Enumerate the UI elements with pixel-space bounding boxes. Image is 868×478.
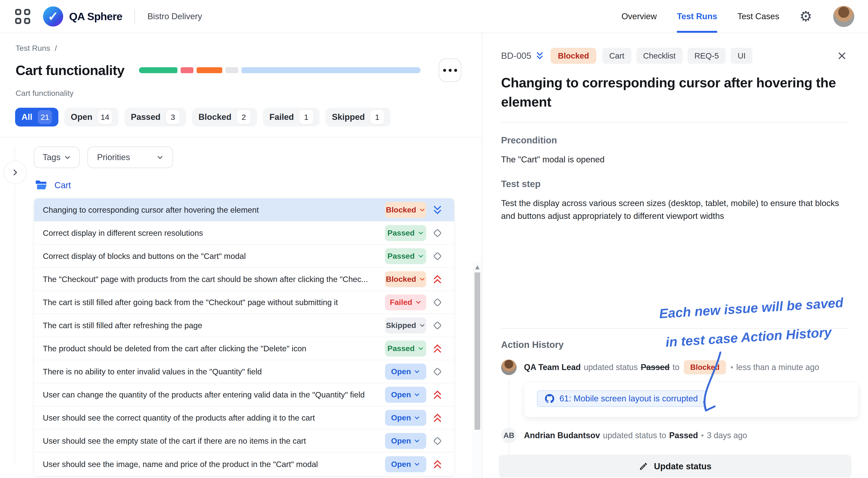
chevron-down-icon	[414, 415, 420, 421]
test-case-row[interactable]: The cart is still filled after going bac…	[34, 291, 454, 314]
test-case-row[interactable]: Changing to corresponding cursor after h…	[34, 199, 454, 221]
user-name: Andrian Budantsov	[524, 428, 600, 443]
tag-badge[interactable]: REQ-5	[688, 48, 726, 64]
scrollbar-thumb[interactable]	[474, 272, 480, 430]
more-options-button[interactable]	[439, 59, 461, 82]
status-badge-dropdown[interactable]: Passed	[385, 341, 426, 356]
status-label: Open	[391, 436, 411, 445]
folder-cart[interactable]: Cart	[35, 179, 482, 191]
folder-label: Cart	[55, 180, 71, 190]
nav-tab-test-cases[interactable]: Test Cases	[737, 0, 779, 33]
test-case-row[interactable]: User should see the empty state of the c…	[34, 430, 454, 453]
brand-name: QA Sphere	[69, 10, 122, 23]
test-case-row[interactable]: The "Checkout" page with products from t…	[34, 268, 454, 291]
status-badge-dropdown[interactable]: Blocked	[385, 202, 426, 218]
test-case-row[interactable]: Correct display in different screen reso…	[34, 221, 454, 245]
tag-badge[interactable]: Checklist	[637, 48, 683, 64]
precondition-heading: Precondition	[501, 135, 849, 145]
update-status-button[interactable]: Update status	[499, 455, 851, 478]
priority-indicator[interactable]	[426, 297, 448, 308]
divider	[0, 137, 482, 137]
timeline-line	[508, 379, 509, 455]
test-case-row[interactable]: User should see the image, name and pric…	[34, 453, 454, 476]
chevron-down-icon	[418, 230, 424, 236]
filter-chip-skipped[interactable]: Skipped 1	[326, 108, 391, 127]
gear-icon[interactable]: ⚙	[799, 8, 812, 25]
status-label: Passed	[387, 251, 414, 261]
priority-indicator[interactable]	[426, 320, 448, 331]
priority-indicator[interactable]	[426, 205, 448, 215]
double-chevron-down-icon[interactable]	[535, 51, 545, 61]
tag-badge[interactable]: UI	[731, 48, 752, 64]
test-run-panel: Test Runs / Cart functionality Cart func…	[0, 33, 482, 478]
filter-chip-all[interactable]: All 21	[15, 108, 58, 127]
status-badge-dropdown[interactable]: Passed	[385, 225, 426, 241]
chevron-down-icon	[419, 276, 425, 282]
status-label: Open	[391, 413, 411, 422]
filter-chip-open[interactable]: Open 14	[64, 108, 118, 127]
filter-chip-blocked[interactable]: Blocked 2	[192, 108, 257, 127]
issue-link-label: 61: Mobile screen layout is corrupted	[559, 394, 698, 404]
status-badge-dropdown[interactable]: Open	[385, 364, 426, 380]
action-text: updated status to	[603, 428, 666, 443]
status-badge-dropdown[interactable]: Skipped	[385, 317, 426, 334]
test-case-title: The cart is still filled after going bac…	[43, 298, 385, 307]
status-badge-dropdown[interactable]: Open	[385, 387, 426, 403]
priority-indicator[interactable]	[426, 343, 448, 354]
breadcrumb-link[interactable]: Test Runs	[16, 44, 50, 53]
filter-chip-failed[interactable]: Failed 1	[263, 108, 319, 127]
chevron-down-icon	[415, 299, 422, 305]
priority-indicator[interactable]	[426, 436, 448, 446]
nav-tab-test-runs[interactable]: Test Runs	[677, 0, 717, 33]
status-badge[interactable]: Blocked	[551, 48, 596, 64]
chevron-right-icon	[11, 168, 19, 177]
test-case-title: User should see the empty state of the c…	[43, 436, 385, 446]
old-status: Passed	[641, 360, 670, 375]
close-panel-button[interactable]	[835, 48, 849, 63]
status-label: Open	[391, 367, 411, 376]
test-case-list: Changing to corresponding cursor after h…	[34, 198, 454, 476]
avatar-initials: AB	[501, 428, 517, 443]
priority-diamond-icon	[432, 251, 443, 262]
priority-high-icon	[432, 389, 443, 400]
test-case-row[interactable]: The product should be deleted from the c…	[34, 337, 454, 360]
scrollbar[interactable]: ▲	[473, 262, 482, 478]
test-case-row[interactable]: User can change the quantity of the prod…	[34, 383, 454, 406]
test-case-row[interactable]: User should see the correct quantity of …	[34, 406, 454, 430]
test-case-row[interactable]: There is no ability to enter invalid val…	[34, 360, 454, 383]
priority-indicator[interactable]	[426, 228, 448, 238]
priority-indicator[interactable]	[426, 389, 448, 400]
tag-badge[interactable]: Cart	[602, 48, 631, 64]
status-badge-dropdown[interactable]: Open	[385, 456, 426, 472]
priority-indicator[interactable]	[426, 366, 448, 377]
chip-count: 21	[38, 110, 52, 124]
nav-tab-overview[interactable]: Overview	[621, 0, 657, 33]
filter-chip-passed[interactable]: Passed 3	[125, 108, 186, 127]
case-id[interactable]: BD-005	[501, 51, 545, 61]
priority-indicator[interactable]	[426, 274, 448, 284]
chevron-down-icon	[414, 438, 420, 444]
test-case-row[interactable]: Correct display of blocks and buttons on…	[34, 245, 454, 268]
status-badge-dropdown[interactable]: Open	[385, 433, 426, 449]
status-badge-dropdown[interactable]: Passed	[385, 248, 426, 264]
expand-sidebar-button[interactable]	[3, 161, 27, 184]
priority-indicator[interactable]	[426, 459, 448, 470]
status-badge-dropdown[interactable]: Blocked	[385, 271, 426, 287]
scrollbar-up-arrow[interactable]: ▲	[473, 264, 482, 270]
collapse-rail	[14, 147, 15, 465]
apps-grid-icon[interactable]	[15, 9, 30, 24]
status-badge-dropdown[interactable]: Open	[385, 410, 426, 426]
test-case-row[interactable]: The cart is still filled after refreshin…	[34, 314, 454, 337]
avatar[interactable]	[833, 6, 854, 27]
action-history-entry: AB Andrian Budantsov updated status to P…	[501, 428, 849, 443]
tags-dropdown[interactable]: Tags	[34, 147, 80, 168]
chip-label: Skipped	[332, 112, 365, 122]
priorities-dropdown[interactable]: Priorities	[88, 147, 173, 168]
chip-label: Open	[71, 112, 92, 122]
double-chevron-down-icon	[432, 205, 443, 215]
priority-indicator[interactable]	[426, 251, 448, 262]
issue-link[interactable]: 61: Mobile screen layout is corrupted	[537, 390, 706, 407]
grid-square	[24, 18, 30, 24]
priority-indicator[interactable]	[426, 413, 448, 423]
status-badge-dropdown[interactable]: Failed	[385, 294, 426, 310]
